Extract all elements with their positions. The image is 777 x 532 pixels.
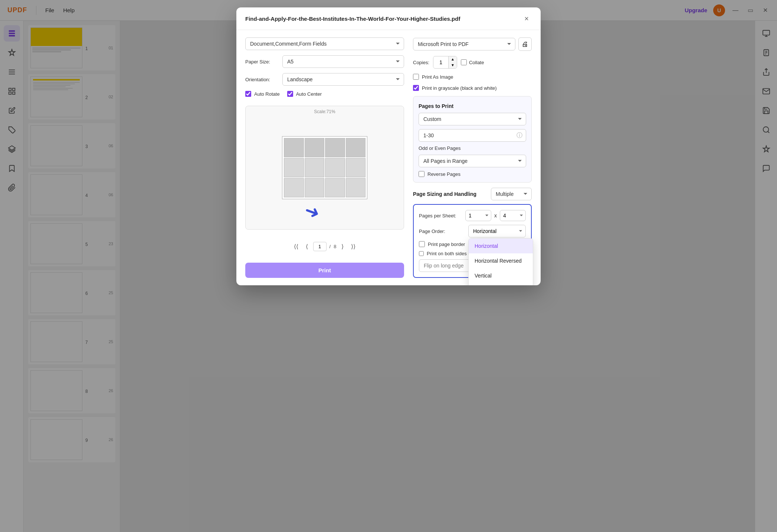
copies-row: Copies: 1 ▲ ▼ Collate xyxy=(413,56,532,69)
copies-arrows: ▲ ▼ xyxy=(448,56,457,68)
auto-rotate-label: Auto Rotate xyxy=(254,91,280,97)
orientation-row: Orientation: Landscape xyxy=(245,73,404,86)
sizing-title: Page Sizing and Handling xyxy=(413,191,476,197)
auto-center-checkbox[interactable] xyxy=(287,91,293,97)
paper-size-label: Paper Size: xyxy=(245,59,279,65)
current-page-input[interactable]: 1 xyxy=(313,242,327,251)
print-button[interactable]: Print xyxy=(245,263,404,278)
printer-row: Microsoft Print to PDF 🖨 xyxy=(413,37,532,51)
content-type-select[interactable]: Document,Comment,Form Fields xyxy=(245,37,404,50)
print-dialog: Find-and-Apply-For-the-Best-Institutes-I… xyxy=(236,7,541,285)
print-both-sides-label: Print on both sides of xyxy=(427,251,472,256)
modal-close-button[interactable]: × xyxy=(521,13,532,24)
modal-body: Document,Comment,Form Fields Paper Size:… xyxy=(236,30,541,285)
modal-right-panel: Microsoft Print to PDF 🖨 Copies: 1 ▲ ▼ xyxy=(413,37,532,278)
page-order-row: Page Order: Horizontal Horizontal Horizo… xyxy=(419,225,526,237)
collate-label: Collate xyxy=(469,60,484,65)
dropdown-option-horizontal-reversed[interactable]: Horizontal Reversed xyxy=(469,253,533,268)
scale-label: Scale:71% xyxy=(314,109,335,114)
range-info-icon: ⓘ xyxy=(517,132,522,139)
highlighted-box: Pages per Sheet: 1 x 4 Page Order: xyxy=(413,204,532,278)
print-as-image-label: Print As Image xyxy=(422,74,453,80)
last-page-button[interactable]: ⟩⟩ xyxy=(349,242,358,252)
print-grayscale-row: Print in grayscale (black and white) xyxy=(413,85,532,91)
print-page-border-checkbox[interactable] xyxy=(419,241,425,247)
preview-area: Scale:71% xyxy=(245,106,404,230)
sizing-header: Page Sizing and Handling Multiple xyxy=(413,188,532,200)
pages-to-print-section: Pages to Print Custom 1-30 ⓘ Odd or Even… xyxy=(413,96,532,183)
page-preview-grid xyxy=(282,136,367,199)
checkbox-options-row: Auto Rotate Auto Center xyxy=(245,91,404,97)
modal-overlay: Find-and-Apply-For-the-Best-Institutes-I… xyxy=(0,0,777,532)
copies-input[interactable]: 1 xyxy=(433,57,448,68)
pages-per-sheet-row: Pages per Sheet: 1 x 4 xyxy=(419,210,526,221)
orientation-select[interactable]: Landscape xyxy=(282,73,404,86)
first-page-button[interactable]: ⟨⟨ xyxy=(292,242,301,252)
preview-cell-5 xyxy=(284,158,304,177)
page-order-label: Page Order: xyxy=(419,229,465,234)
blue-arrow-icon: ➜ xyxy=(302,199,323,224)
sizing-mode-select[interactable]: Multiple xyxy=(491,188,532,200)
print-grayscale-checkbox[interactable] xyxy=(413,85,419,91)
odd-even-label: Odd or Even Pages xyxy=(419,145,526,151)
preview-cell-11 xyxy=(325,178,345,197)
modal-left-panel: Document,Comment,Form Fields Paper Size:… xyxy=(245,37,413,278)
page-sizing-section: Page Sizing and Handling Multiple Pages … xyxy=(413,188,532,278)
preview-cell-10 xyxy=(305,178,325,197)
print-as-image-row: Print As Image xyxy=(413,74,532,80)
page-range-select[interactable]: Custom xyxy=(419,113,526,125)
printer-settings-button[interactable]: 🖨 xyxy=(518,37,532,51)
pages-per-sheet-x-select[interactable]: 1 xyxy=(465,210,491,221)
range-input[interactable]: 1-30 xyxy=(419,129,526,142)
total-pages: 8 xyxy=(334,244,336,249)
preview-cell-12 xyxy=(346,178,366,197)
pages-per-sheet-y-select[interactable]: 4 xyxy=(500,210,526,221)
print-grayscale-label: Print in grayscale (black and white) xyxy=(422,85,497,91)
auto-center-label: Auto Center xyxy=(296,91,322,97)
dropdown-option-vertical[interactable]: Vertical xyxy=(469,268,533,283)
preview-cell-4 xyxy=(346,138,366,157)
auto-rotate-checkbox[interactable] xyxy=(245,91,251,97)
paper-size-select[interactable]: A5 xyxy=(282,55,404,68)
printer-select[interactable]: Microsoft Print to PDF xyxy=(413,38,515,50)
collate-checkbox[interactable] xyxy=(461,59,467,65)
page-order-select-wrap: Horizontal Horizontal Horizontal Reverse… xyxy=(468,225,526,237)
pages-per-sheet-label: Pages per Sheet: xyxy=(419,213,462,219)
copies-label: Copies: xyxy=(413,60,429,65)
page-order-select[interactable]: Horizontal xyxy=(468,225,526,237)
modal-header: Find-and-Apply-For-the-Best-Institutes-I… xyxy=(236,7,541,30)
auto-center-row: Auto Center xyxy=(287,91,322,97)
dropdown-option-horizontal[interactable]: Horizontal xyxy=(469,239,533,253)
print-both-sides-checkbox[interactable] xyxy=(419,251,424,256)
dropdown-option-vertical-reversed[interactable]: Vertical Reversed xyxy=(469,283,533,285)
paper-size-row: Paper Size: A5 xyxy=(245,55,404,68)
copies-input-wrap: 1 ▲ ▼ xyxy=(433,56,457,69)
prev-page-button[interactable]: ⟨ xyxy=(304,242,310,252)
reverse-pages-checkbox[interactable] xyxy=(419,171,424,177)
collate-row: Collate xyxy=(461,59,484,65)
pagination: ⟨⟨ ⟨ 1 / 8 ⟩ ⟩⟩ xyxy=(245,239,404,254)
copies-down-button[interactable]: ▼ xyxy=(448,62,457,68)
reverse-pages-label: Reverse Pages xyxy=(427,171,460,177)
reverse-pages-row: Reverse Pages xyxy=(419,171,526,177)
pps-x-label: x xyxy=(494,213,497,219)
auto-rotate-row: Auto Rotate xyxy=(245,91,280,97)
next-page-button[interactable]: ⟩ xyxy=(339,242,346,252)
page-separator: / xyxy=(330,244,331,249)
pages-to-print-title: Pages to Print xyxy=(419,103,526,109)
page-order-dropdown-menu: Horizontal Horizontal Reversed Vertical … xyxy=(468,238,533,285)
preview-cell-3 xyxy=(325,138,345,157)
preview-cell-9 xyxy=(284,178,304,197)
copies-up-button[interactable]: ▲ xyxy=(448,56,457,62)
print-as-image-checkbox[interactable] xyxy=(413,74,419,80)
range-input-row: 1-30 ⓘ xyxy=(419,129,526,142)
preview-cell-1 xyxy=(284,138,304,157)
modal-title: Find-and-Apply-For-the-Best-Institutes-I… xyxy=(245,16,460,22)
orientation-label: Orientation: xyxy=(245,77,279,82)
odd-even-select[interactable]: All Pages in Range xyxy=(419,155,526,167)
preview-cell-6 xyxy=(305,158,325,177)
preview-cell-8 xyxy=(346,158,366,177)
preview-cell-7 xyxy=(325,158,345,177)
print-page-border-label: Print page border xyxy=(428,242,465,247)
preview-cell-2 xyxy=(305,138,325,157)
